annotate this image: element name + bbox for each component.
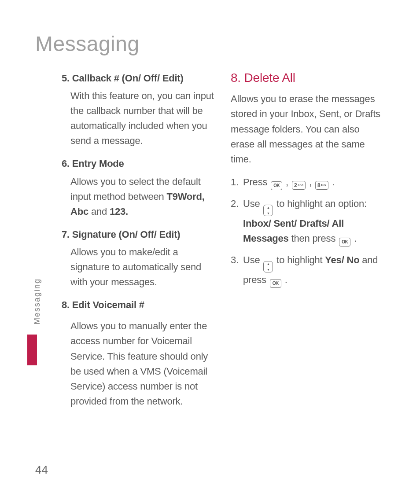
ok-key-icon <box>271 181 282 190</box>
two-key-letters: abc <box>298 184 303 187</box>
step-2-mid: to highlight an option: <box>276 198 367 209</box>
two-key-icon: 2abc <box>292 181 306 190</box>
step-2-pre: Use <box>243 198 262 209</box>
eight-key-letters: tuv <box>321 184 326 187</box>
side-section-label: Messaging <box>33 278 42 324</box>
step-3-bold: Yes/ No <box>325 254 359 265</box>
section-delete-all-head: 8. Delete All <box>231 68 385 87</box>
step-3: 3. Use to highlight Yes/ No and press . <box>231 253 385 288</box>
page-title: Messaging <box>35 32 385 56</box>
footer-rule <box>35 458 70 458</box>
content-columns: 5. Callback # (On/ Off/ Edit) With this … <box>62 68 385 417</box>
left-column: 5. Callback # (On/ Off/ Edit) With this … <box>62 68 216 417</box>
right-column: 8. Delete All Allows you to erase the me… <box>231 68 385 417</box>
step-3-mid: to highlight <box>276 254 325 265</box>
section-delete-all-intro: Allows you to erase the messages stored … <box>231 92 385 166</box>
step-3-body: Use to highlight Yes/ No and press . <box>243 253 385 288</box>
ok-key-icon <box>270 279 281 288</box>
step-3-number: 3. <box>231 253 243 268</box>
nav-key-icon <box>263 261 273 272</box>
step-1-body: Press , 2abc , 8tuv . <box>243 175 385 190</box>
step-2: 2. Use to highlight an option: Inbox/ Se… <box>231 196 385 246</box>
item-6-text-mid: and <box>88 206 110 217</box>
item-6-head: 6. Entry Mode <box>62 156 216 171</box>
item-8-head: 8. Edit Voicemail # <box>62 298 216 313</box>
ok-key-icon <box>339 238 350 246</box>
eight-key-icon: 8tuv <box>315 181 328 190</box>
step-1: 1. Press , 2abc , 8tuv . <box>231 175 385 190</box>
step-1-number: 1. <box>231 175 243 190</box>
item-5-head: 5. Callback # (On/ Off/ Edit) <box>62 71 216 86</box>
step-2-body: Use to highlight an option: Inbox/ Sent/… <box>243 196 385 246</box>
item-5-body: With this feature on, you can input the … <box>70 88 216 148</box>
manual-page: Messaging 5. Callback # (On/ Off/ Edit) … <box>0 0 420 504</box>
item-8-body: Allows you to manually enter the access … <box>70 319 216 409</box>
eight-key-digit: 8 <box>317 183 320 188</box>
item-6-text-bold2: 123. <box>110 206 128 217</box>
page-number: 44 <box>35 463 48 477</box>
two-key-digit: 2 <box>294 183 297 188</box>
step-1-pre: Press <box>243 177 270 188</box>
side-accent-bar <box>27 335 37 365</box>
step-2-number: 2. <box>231 196 243 211</box>
nav-key-icon <box>263 205 273 216</box>
step-3-pre: Use <box>243 254 262 265</box>
item-6-body: Allows you to select the default input m… <box>70 174 216 219</box>
item-7-body: Allows you to make/edit a signature to a… <box>70 245 216 290</box>
item-7-head: 7. Signature (On/ Off/ Edit) <box>62 227 216 242</box>
step-2-post: then press <box>289 233 339 244</box>
